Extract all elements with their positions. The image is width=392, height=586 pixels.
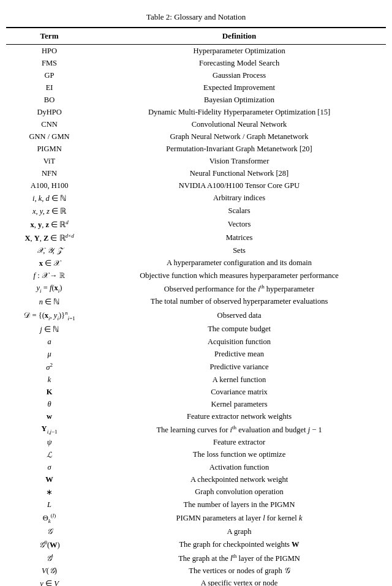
table-row: BOBayesian Optimization — [6, 94, 386, 106]
term-cell: Θk(l) — [6, 511, 92, 525]
table-row: ∗Graph convolution operation — [6, 486, 386, 498]
definition-cell: Matrices — [92, 231, 386, 244]
definition-cell: Predictive mean — [92, 348, 386, 360]
term-cell: x, y, z ∈ ℝ — [6, 205, 92, 217]
term-cell: 𝒢l — [6, 551, 92, 565]
table-row: PIGMNPermutation-Invariant Graph Metanet… — [6, 143, 386, 155]
definition-cell: Predictive variance — [92, 360, 386, 374]
definition-cell: A kernel function — [92, 374, 386, 386]
table-row: n ∈ ℕThe total number of observed hyperp… — [6, 295, 386, 308]
term-cell: μ — [6, 348, 92, 360]
definition-cell: Feature extractor — [92, 436, 386, 448]
term-cell: GP — [6, 69, 92, 81]
term-cell: i, k, d ∈ ℕ — [6, 192, 92, 205]
term-cell: k — [6, 374, 92, 386]
term-cell: K — [6, 386, 92, 398]
table-row: 𝒢0(W)The graph for checkpointed weights … — [6, 538, 386, 551]
table-row: x, y, z ∈ ℝScalars — [6, 205, 386, 217]
definition-cell: Vectors — [92, 217, 386, 231]
table-row: GNN / GMNGraph Neural Network / Graph Me… — [6, 130, 386, 143]
definition-cell: Scalars — [92, 205, 386, 217]
table-row: i, k, d ∈ ℕArbitrary indices — [6, 192, 386, 205]
term-cell: BO — [6, 94, 92, 106]
table-row: GPGaussian Process — [6, 69, 386, 81]
definition-cell: A graph — [92, 525, 386, 538]
table-row: 𝒳, 𝒴, 𝒵Sets — [6, 244, 386, 257]
definition-cell: Dynamic Multi-Fidelity Hyperparameter Op… — [92, 106, 386, 118]
term-cell: ∗ — [6, 486, 92, 498]
term-cell: yi = f(xi) — [6, 282, 92, 295]
definition-cell: A hyperparameter configuration and its d… — [92, 257, 386, 269]
term-cell: HPO — [6, 45, 92, 58]
definition-cell: Neural Functional Network [28] — [92, 167, 386, 179]
definition-cell: The learning curves for ith evaluation a… — [92, 423, 386, 436]
definition-cell: Hyperparameter Optimization — [92, 45, 386, 58]
table-row: KCovariance matrix — [6, 386, 386, 398]
table-row: ℒThe loss function we optimize — [6, 448, 386, 461]
table-row: A100, H100NVIDIA A100/H100 Tensor Core G… — [6, 179, 386, 192]
term-cell: f : 𝒳 → ℝ — [6, 269, 92, 282]
table-row: FMSForecasting Model Search — [6, 57, 386, 69]
term-cell: ℒ — [6, 448, 92, 461]
term-cell: CNN — [6, 118, 92, 130]
term-cell: L — [6, 498, 92, 511]
term-cell: θ — [6, 398, 92, 410]
definition-cell: The graph for checkpointed weights W — [92, 538, 386, 551]
term-cell: ψ — [6, 436, 92, 448]
term-cell: x, y, z ∈ ℝd — [6, 217, 92, 231]
definition-cell: The number of layers in the PIGMN — [92, 498, 386, 511]
column-definition: Definition — [92, 28, 386, 45]
definition-cell: Activation function — [92, 461, 386, 473]
term-cell: DyHPO — [6, 106, 92, 118]
term-cell: x ∈ 𝒳 — [6, 257, 92, 269]
definition-cell: A specific vertex or node — [92, 577, 386, 586]
table-row: aAcquisition function — [6, 336, 386, 348]
term-cell: 𝒢 — [6, 525, 92, 538]
term-cell: σ — [6, 461, 92, 473]
table-row: 𝒟 = {(xi, yi)}ni=1Observed data — [6, 308, 386, 323]
table-row: σ2Predictive variance — [6, 360, 386, 374]
table-row: 𝒢lThe graph at the lth layer of the PIGM… — [6, 551, 386, 565]
definition-cell: The loss function we optimize — [92, 448, 386, 461]
definition-cell: Gaussian Process — [92, 69, 386, 81]
table-row: Θk(l)PIGMN parameters at layer l for ker… — [6, 511, 386, 525]
table-row: f : 𝒳 → ℝObjective function which measur… — [6, 269, 386, 282]
table-row: ψFeature extractor — [6, 436, 386, 448]
term-cell: j ∈ ℕ — [6, 323, 92, 336]
definition-cell: Bayesian Optimization — [92, 94, 386, 106]
term-cell: W — [6, 473, 92, 486]
term-cell: v ∈ V — [6, 577, 92, 586]
term-cell: EI — [6, 81, 92, 94]
glossary-table: Term Definition HPOHyperparameter Optimi… — [6, 27, 386, 586]
table-row: DyHPODynamic Multi-Fidelity Hyperparamet… — [6, 106, 386, 118]
term-cell: w — [6, 410, 92, 423]
term-cell: 𝒟 = {(xi, yi)}ni=1 — [6, 308, 92, 323]
table-row: wFeature extractor network weights — [6, 410, 386, 423]
term-cell: a — [6, 336, 92, 348]
table-row: X, Y, Z ∈ ℝd×dMatrices — [6, 231, 386, 244]
definition-cell: Convolutional Neural Network — [92, 118, 386, 130]
table-row: LThe number of layers in the PIGMN — [6, 498, 386, 511]
table-row: WA checkpointed network weight — [6, 473, 386, 486]
table-row: θKernel parameters — [6, 398, 386, 410]
table-row: ViTVision Transformer — [6, 155, 386, 167]
definition-cell: The total number of observed hyperparame… — [92, 295, 386, 308]
definition-cell: Forecasting Model Search — [92, 57, 386, 69]
table-row: kA kernel function — [6, 374, 386, 386]
term-cell: A100, H100 — [6, 179, 92, 192]
definition-cell: Acquisition function — [92, 336, 386, 348]
table-row: x, y, z ∈ ℝdVectors — [6, 217, 386, 231]
column-term: Term — [6, 28, 92, 45]
definition-cell: The vertices or nodes of graph 𝒢 — [92, 565, 386, 577]
definition-cell: Graph convolution operation — [92, 486, 386, 498]
definition-cell: The graph at the lth layer of the PIGMN — [92, 551, 386, 565]
definition-cell: The compute budget — [92, 323, 386, 336]
table-row: 𝒢A graph — [6, 525, 386, 538]
definition-cell: Permutation-Invariant Graph Metanetwork … — [92, 143, 386, 155]
term-cell: Yi,j−1 — [6, 423, 92, 436]
term-cell: ViT — [6, 155, 92, 167]
definition-cell: Observed performance for the ith hyperpa… — [92, 282, 386, 295]
table-row: Yi,j−1The learning curves for ith evalua… — [6, 423, 386, 436]
term-cell: n ∈ ℕ — [6, 295, 92, 308]
table-row: μPredictive mean — [6, 348, 386, 360]
